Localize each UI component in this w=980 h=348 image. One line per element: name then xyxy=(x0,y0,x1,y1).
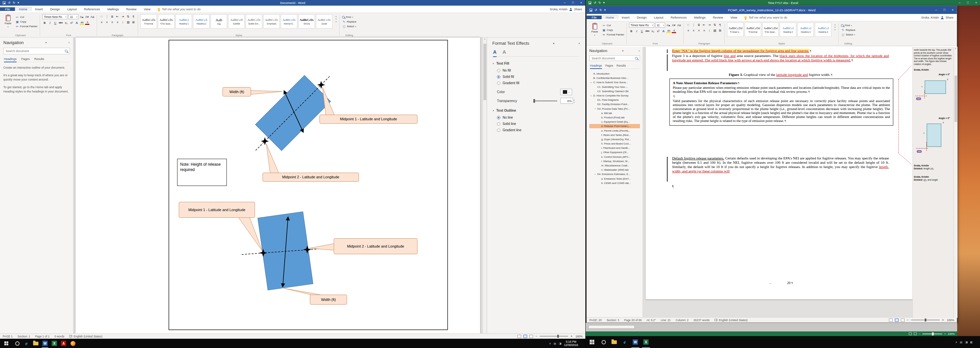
ribbon-tab[interactable]: View xyxy=(727,16,741,19)
zoom-thumb[interactable] xyxy=(925,319,926,321)
nav-heading-item[interactable]: f. Resin and Tanks (Resi... xyxy=(589,133,640,137)
cut-button[interactable]: Cut xyxy=(15,15,37,19)
status-item[interactable]: 26237 words xyxy=(694,319,710,322)
figure-thumbnail[interactable]: Angle = 0° X Y SW xyxy=(913,117,953,161)
font-size-combo[interactable]: 11▾ xyxy=(68,14,78,19)
section-collapse-icon[interactable]: ▲ xyxy=(492,62,494,64)
style-item[interactable]: AaBbC( Heading 1 xyxy=(175,14,192,29)
ribbon-tab[interactable]: References xyxy=(667,16,690,19)
shrink-font-button[interactable]: A▾ xyxy=(671,23,676,27)
left-title-bar[interactable]: ↺ ↻ ▾ Document3 - Word – □ × xyxy=(0,0,585,6)
web-layout-button[interactable] xyxy=(901,319,905,322)
document-page[interactable] xyxy=(75,37,480,334)
outline-option-radio[interactable]: No line xyxy=(492,114,580,121)
bold-button[interactable]: B xyxy=(42,21,47,25)
signed-in-user[interactable]: Sroka, Kristin xyxy=(550,8,568,11)
nav-pane-menu-icon[interactable]: ▾ xyxy=(619,49,624,53)
fill-option-radio[interactable]: Solid fill xyxy=(492,73,580,80)
share-button[interactable]: Share xyxy=(574,8,582,11)
nav-heading-item[interactable]: b. CEMS and COMS dat... xyxy=(589,181,640,185)
scrollbar-thumb[interactable] xyxy=(484,44,486,100)
justify-button[interactable]: ≡ xyxy=(115,20,119,24)
replace-button[interactable]: Replace xyxy=(342,19,356,24)
nav-heading-item[interactable]: C1. Submitting Your Non-... xyxy=(589,85,640,89)
callout-midpoint2-top[interactable]: Midpoint 2 - Latitude and Longitude xyxy=(262,173,359,182)
read-mode-button[interactable] xyxy=(889,319,892,322)
align-left-button[interactable]: ≡ xyxy=(686,28,690,32)
change-case-button[interactable]: Aa xyxy=(90,14,94,19)
word-taskbar-icon[interactable]: W xyxy=(40,339,50,348)
zoom-slider[interactable] xyxy=(911,319,940,321)
select-button[interactable]: Select▾ xyxy=(342,24,356,29)
search-box[interactable] xyxy=(589,55,640,61)
minimize-button[interactable]: – xyxy=(932,7,940,13)
nav-heading-item[interactable]: b. Product (Prod) tab xyxy=(589,115,640,120)
text-effects-tab[interactable]: A xyxy=(503,49,506,55)
style-item[interactable]: AaB Title xyxy=(210,14,227,29)
nav-heading-item[interactable]: A. Introduction xyxy=(589,72,640,76)
vertical-scrollbar[interactable]: ▴ xyxy=(953,47,958,318)
search-box[interactable] xyxy=(3,48,70,54)
search-input[interactable] xyxy=(592,57,633,60)
language-status[interactable]: English (United States) xyxy=(714,319,748,322)
nav-heading-item[interactable]: g. Dryer (VeneerDry, Rot... xyxy=(589,137,640,142)
line-spacing-button[interactable]: ↕ xyxy=(707,28,711,32)
callout-width-top[interactable]: Width (ft) xyxy=(223,87,251,96)
signed-in-user[interactable]: Sroka, Kristin xyxy=(921,16,939,19)
font-size-combo[interactable]: 11▾ xyxy=(655,22,665,27)
find-button[interactable]: Find▾ xyxy=(342,15,356,19)
style-item[interactable]: AaBbCcD Subtitle xyxy=(228,14,245,29)
status-item[interactable]: PAGE 1 xyxy=(3,335,13,338)
multilevel-list-button[interactable]: ≣ xyxy=(110,14,114,19)
justify-button[interactable]: ≡ xyxy=(702,28,706,32)
zoom-level[interactable]: 100% xyxy=(946,319,954,322)
zoom-slider[interactable] xyxy=(540,336,568,337)
shading-button[interactable]: ▨ xyxy=(713,28,717,32)
callout-midpoint1-top[interactable]: Midpoint 1 - Latitude and Longitude xyxy=(320,115,417,124)
nav-heading-item[interactable]: i. Fiberboard and Hardb... xyxy=(589,146,640,150)
nav-heading-item[interactable]: k. Control Devices (APC... xyxy=(589,155,640,159)
zoom-out-button[interactable]: − xyxy=(535,334,537,338)
style-item[interactable]: AaBbCcDd ¶ Normal xyxy=(745,22,761,37)
zoom-in-button[interactable]: + xyxy=(570,334,573,338)
start-button[interactable] xyxy=(0,339,13,348)
nav-heading-item[interactable]: n. Wastewater (WW) tab xyxy=(589,168,640,172)
style-item[interactable]: AaBbCcDd ¶ Head s... xyxy=(727,22,744,37)
style-item[interactable]: AaBbCcI Heading 2 xyxy=(780,22,796,37)
tray-icon[interactable]: ∧ xyxy=(549,342,551,345)
close-button[interactable]: × xyxy=(577,0,585,6)
ribbon-tab[interactable]: Design xyxy=(633,16,650,19)
firefox-taskbar-icon[interactable] xyxy=(68,339,78,348)
bullets-button[interactable]: ∷ xyxy=(99,14,103,19)
strikethrough-button[interactable]: abc xyxy=(645,29,649,33)
copy-button[interactable]: Copy xyxy=(15,19,37,24)
paragraph[interactable]: Figure 3 is a depiction of fugitive line… xyxy=(672,54,889,63)
font-name-combo[interactable]: Times New Ro▾ xyxy=(629,22,654,27)
nav-pane-close-icon[interactable]: × xyxy=(65,41,70,44)
print-layout-button[interactable] xyxy=(523,335,527,338)
outline-option-radio[interactable]: Solid line xyxy=(492,121,580,127)
font-name-combo[interactable]: Times New Ro▾ xyxy=(42,14,68,19)
align-center-button[interactable]: ≡ xyxy=(691,28,695,32)
increase-indent-button[interactable]: ⇥ xyxy=(121,14,125,19)
shrink-font-button[interactable]: A▾ xyxy=(85,14,89,19)
grow-font-button[interactable]: A▴ xyxy=(666,23,670,27)
scrollbar-thumb[interactable] xyxy=(955,75,957,122)
minimize-button[interactable]: – xyxy=(560,0,569,6)
language-status[interactable]: English (United States) xyxy=(69,335,102,338)
align-left-button[interactable]: ≡ xyxy=(99,20,103,24)
nav-heading-item[interactable]: B. Confidential Business Infor... xyxy=(589,76,640,80)
tray-icon[interactable]: ▤ xyxy=(554,342,556,345)
acrobat-taskbar-icon[interactable]: A xyxy=(59,339,68,348)
fill-option-radio[interactable]: No fill xyxy=(492,67,580,73)
nav-pane-close-icon[interactable]: × xyxy=(635,49,640,53)
section-collapse-icon[interactable]: ▲ xyxy=(492,109,494,111)
search-input[interactable] xyxy=(6,49,63,53)
strikethrough-button[interactable]: abc xyxy=(58,21,63,25)
nav-heading-item[interactable]: C2. Submitting Claimed CBI xyxy=(589,89,640,93)
status-item[interactable]: Column: 2 xyxy=(676,319,689,322)
nav-heading-item[interactable]: m. Miscellaneous Coati... xyxy=(589,163,640,168)
style-item[interactable]: AaBbCcDc Intense E... xyxy=(281,14,298,29)
subscript-button[interactable]: x₂ xyxy=(651,29,655,33)
find-button[interactable]: Find▾ xyxy=(841,23,855,27)
